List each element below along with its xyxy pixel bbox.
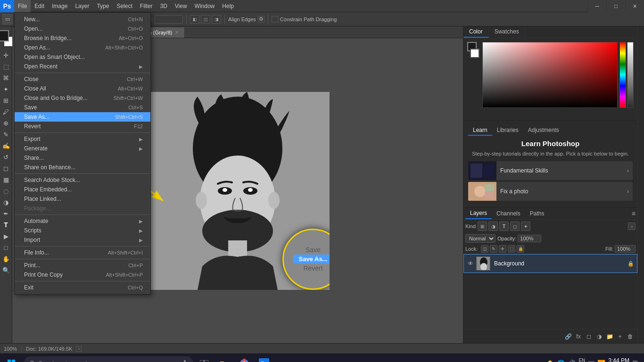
lasso-tool[interactable]: ⌘ [1, 73, 11, 83]
tab-paths[interactable]: Paths [525, 208, 549, 219]
clone-stamp-tool[interactable]: ✍ [1, 140, 11, 151]
menu-open-as[interactable]: Open As... Alt+Shift+Ctrl+O [15, 43, 150, 52]
add-style-btn[interactable]: fx [574, 332, 583, 341]
menu-help[interactable]: Help [218, 0, 238, 12]
menu-place-embedded[interactable]: Place Embedded... [15, 185, 150, 194]
zoom-tool[interactable]: 🔍 [1, 265, 11, 275]
filter-toggle[interactable]: ○ [628, 222, 636, 230]
menu-close-bridge[interactable]: Close and Go to Bridge... Shift+Ctrl+W [15, 93, 150, 103]
add-mask-btn[interactable]: ◻ [585, 332, 593, 341]
search-input[interactable] [39, 360, 179, 362]
tab-channels[interactable]: Channels [492, 208, 525, 219]
menu-print-one-copy[interactable]: Print One Copy Alt+Shift+Ctrl+P [15, 270, 150, 280]
layer-item-background[interactable]: 👁 Background 🔒 [463, 254, 637, 273]
filter-pixel-btn[interactable]: ⊞ [478, 222, 487, 231]
start-button[interactable] [2, 355, 21, 362]
microphone-icon[interactable] [182, 360, 188, 362]
menu-new[interactable]: New... Ctrl+N [15, 15, 150, 24]
color-gradient[interactable] [482, 42, 618, 108]
menu-share-behance[interactable]: Share on Behance... [15, 163, 150, 172]
path-selection-tool[interactable]: ▶ [1, 231, 11, 241]
menu-search-adobe-stock[interactable]: Search Adobe Stock... [15, 175, 150, 185]
align-left-btn[interactable]: ◧ [190, 15, 199, 24]
healing-brush-tool[interactable]: ⊕ [1, 118, 11, 128]
align-center-btn[interactable]: ◫ [201, 15, 210, 24]
taskbar-app-photoshop[interactable]: Ps [255, 355, 273, 362]
menu-3d[interactable]: 3D [156, 0, 171, 12]
crop-tool[interactable]: ⊞ [1, 95, 11, 106]
history-brush-tool[interactable]: ↺ [1, 152, 11, 162]
lock-all-btn[interactable]: 🔒 [517, 245, 524, 253]
wifi-icon[interactable]: 📶 [597, 360, 605, 362]
tab-libraries[interactable]: Libraries [492, 125, 523, 136]
filter-adj-btn[interactable]: ◑ [488, 222, 498, 231]
filter-shape-btn[interactable]: ◻ [510, 222, 520, 231]
network-icon[interactable]: 🌐 [557, 360, 565, 362]
menu-file[interactable]: File [14, 0, 31, 12]
menu-filter[interactable]: Filter [136, 0, 157, 12]
gear-icon[interactable]: ⚙ [258, 16, 264, 23]
taskbar-search[interactable] [24, 356, 193, 362]
menu-open-recent[interactable]: Open Recent ▶ [15, 62, 150, 71]
eraser-tool[interactable]: ◻ [1, 163, 11, 173]
system-clock[interactable]: 3:44 PM 8/28/2019 [608, 357, 629, 362]
notification-icon[interactable]: 🔔 [546, 360, 554, 362]
menu-browse-bridge[interactable]: Browse in Bridge... Alt+Ctrl+O [15, 33, 150, 43]
menu-generate[interactable]: Generate ▶ [15, 144, 150, 153]
menu-share[interactable]: Share... [15, 153, 150, 163]
pen-tool[interactable]: ✒ [1, 208, 11, 219]
hand-tool[interactable]: ✋ [1, 254, 11, 264]
volume-icon[interactable]: 🔊 [568, 360, 576, 362]
lock-artboard-btn[interactable]: ⬚ [508, 245, 515, 253]
eyedropper-tool[interactable]: 🖊 [1, 107, 11, 117]
gradient-tool[interactable]: ▦ [1, 174, 11, 185]
blend-mode-select[interactable]: Normal [465, 234, 495, 243]
panel-collapse-handle[interactable] [637, 26, 644, 343]
menu-layer[interactable]: Layer [71, 0, 93, 12]
menu-revert[interactable]: Revert F12 [15, 122, 150, 131]
status-expand-btn[interactable]: › [76, 346, 82, 352]
delete-layer-btn[interactable]: 🗑 [626, 332, 635, 341]
background-swatch[interactable] [470, 49, 479, 58]
filter-smart-btn[interactable]: ✦ [521, 222, 530, 231]
lock-position-btn[interactable]: ✛ [499, 245, 506, 253]
brush-tool[interactable]: ✎ [1, 129, 11, 140]
lock-transparent-btn[interactable]: ◫ [481, 245, 488, 253]
fill-input[interactable]: 100% [615, 245, 636, 253]
task-view-btn[interactable] [196, 355, 212, 362]
menu-image[interactable]: Image [48, 0, 71, 12]
menu-place-linked[interactable]: Place Linked... [15, 194, 150, 204]
learn-item-fundamental[interactable]: Fundamental Skills › [468, 161, 633, 180]
close-button[interactable]: × [625, 0, 644, 12]
minimize-button[interactable]: ─ [587, 0, 606, 12]
layers-panel-menu-icon[interactable]: ≡ [632, 210, 636, 217]
notifications-btn[interactable]: ☰ [632, 360, 638, 362]
link-layers-btn[interactable]: 🔗 [564, 332, 572, 341]
menu-type[interactable]: Type [93, 0, 113, 12]
menu-window[interactable]: Window [191, 0, 219, 12]
menu-save-as[interactable]: Save As... Shift+Ctrl+S [15, 112, 150, 122]
text-tool[interactable]: T [1, 220, 11, 230]
move-tool[interactable]: ✛ [1, 50, 11, 60]
menu-scripts[interactable]: Scripts ▶ [15, 226, 150, 235]
new-layer-btn[interactable]: + [616, 332, 624, 341]
new-fill-btn[interactable]: ◑ [595, 332, 603, 341]
new-group-btn[interactable]: 📁 [605, 332, 614, 341]
tab-headshot-close[interactable]: ✕ [175, 27, 179, 38]
color-spectrum[interactable] [619, 42, 626, 108]
tab-learn[interactable]: Learn [468, 125, 492, 136]
lock-pixels-btn[interactable]: ✎ [490, 245, 497, 253]
taskbar-app-chrome[interactable] [235, 355, 254, 362]
learn-item-fixphoto[interactable]: Fix a photo › [468, 182, 633, 201]
filter-type-btn[interactable]: T [499, 222, 509, 231]
menu-view[interactable]: View [171, 0, 191, 12]
tab-layers[interactable]: Layers [465, 208, 492, 219]
menu-open[interactable]: Open... Ctrl+O [15, 24, 150, 33]
align-right-btn[interactable]: ◨ [212, 15, 221, 24]
height-input[interactable] [155, 15, 183, 24]
layer-visibility-eye[interactable]: 👁 [467, 260, 474, 267]
menu-close[interactable]: Close Ctrl+W [15, 74, 150, 84]
menu-exit[interactable]: Exit Ctrl+Q [15, 283, 150, 292]
menu-import[interactable]: Import ▶ [15, 235, 150, 245]
opacity-input[interactable]: 100% [518, 235, 541, 242]
